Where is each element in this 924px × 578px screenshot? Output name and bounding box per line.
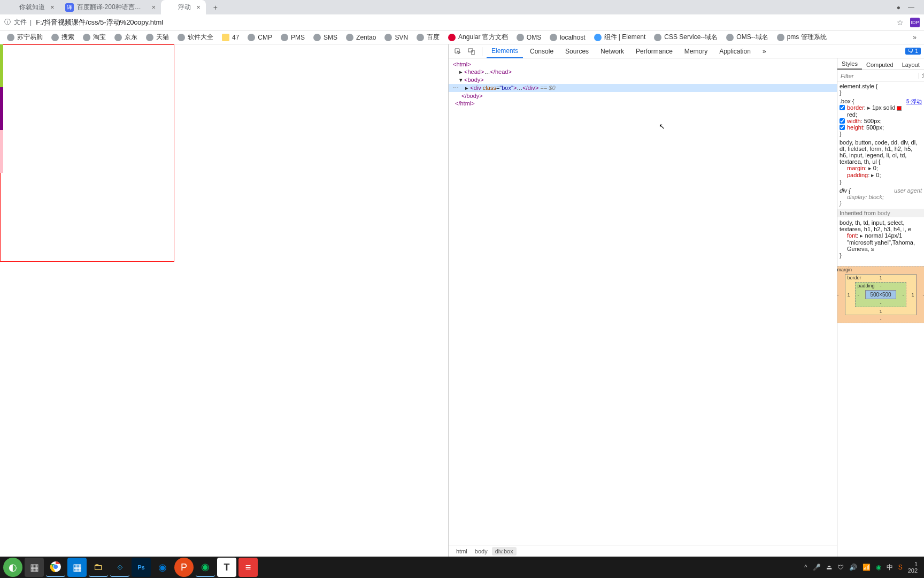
tray-mic-icon[interactable]: 🎤 [813, 564, 821, 571]
bookmark-item[interactable]: pms 管理系统 [773, 32, 830, 43]
color-swatch[interactable] [897, 106, 902, 111]
close-icon[interactable]: × [50, 3, 55, 11]
site-info[interactable]: ⓘ 文件 | [4, 18, 32, 27]
bookmark-item[interactable]: 软件大全 [174, 32, 217, 43]
account-icon[interactable]: ● [897, 4, 900, 11]
bookmark-item[interactable]: Zentao [342, 32, 380, 43]
taskbar-chrome[interactable] [46, 558, 65, 577]
tab-layout[interactable]: Layout [898, 60, 924, 70]
bookmark-item[interactable]: 苏宁易购 [3, 32, 47, 43]
tray-clock[interactable]: 1 202 [908, 561, 918, 574]
taskbar-app-red[interactable]: P [174, 558, 194, 577]
bookmark-item[interactable]: OMS--域名 [722, 32, 772, 43]
tray-usb-icon[interactable]: ⏏ [826, 564, 832, 571]
tab-elements[interactable]: Elements [487, 44, 523, 58]
close-icon[interactable]: × [196, 3, 201, 11]
declaration[interactable]: padding: ▸ 0; [840, 172, 922, 179]
declaration[interactable]: height: 500px; [840, 124, 922, 131]
box-model-diagram[interactable]: margin - - - - border 1 1 1 1 [840, 261, 922, 329]
bookmark-item[interactable]: Angular 官方文档 [444, 32, 512, 43]
crumb-html[interactable]: html [453, 547, 471, 556]
tray-ime[interactable]: 中 [887, 563, 893, 572]
taskbar-wechat[interactable]: ◉ [196, 558, 215, 577]
bookmark-item[interactable]: OMS [513, 32, 545, 43]
dom-tree[interactable]: <html> ▸ <head>…</head> ▾ <body> ⋯ ▸ <di… [449, 58, 837, 545]
device-toggle-icon[interactable] [466, 45, 478, 57]
dom-node[interactable]: </html> [449, 100, 837, 107]
tab-memory[interactable]: Memory [680, 44, 712, 58]
extension-icon[interactable]: IDP [910, 18, 920, 27]
dom-node[interactable]: ▸ <head>…</head> [449, 68, 837, 76]
url-field[interactable]: F:/抖音视频课件/css/5-浮动%20copy.html [36, 18, 892, 27]
tab-computed[interactable]: Computed [862, 60, 898, 70]
inspect-icon[interactable] [452, 45, 464, 57]
browser-tab-2[interactable]: 浮动 × [161, 0, 206, 14]
bookmark-item[interactable]: CSS Service--域名 [650, 32, 721, 43]
hov-toggle[interactable]: :hov [918, 73, 924, 79]
padding-layer[interactable]: padding - - - - 500×500 [855, 282, 906, 307]
tray-wifi-icon[interactable]: 📶 [863, 564, 871, 571]
bookmark-item[interactable]: PMS [277, 32, 309, 43]
bookmark-item[interactable]: SVN [381, 32, 412, 43]
dom-node-selected[interactable]: ⋯ ▸ <div class="box">…</div> == $0 [449, 84, 837, 92]
rule-user-agent[interactable]: div {user agent display: block; } [840, 187, 922, 207]
minimize-icon[interactable]: — [908, 4, 914, 11]
taskbar-app-t[interactable]: T [217, 558, 236, 577]
decl-checkbox[interactable] [840, 125, 845, 130]
taskbar-app[interactable]: ▦ [25, 558, 44, 577]
bookmark-item[interactable]: SMS [310, 32, 341, 43]
browser-tab-1[interactable]: 译 百度翻译-200种语言互译、沟通 × [60, 0, 161, 14]
taskbar-files[interactable]: 🗀 [89, 558, 108, 577]
declaration[interactable]: border: ▸ 1px solid red; [840, 104, 922, 118]
styles-body[interactable]: element.style { } .box {5-浮动 border: ▸ 1… [837, 82, 924, 557]
bookmark-item[interactable]: 百度 [413, 32, 443, 43]
bookmark-item[interactable]: 天猫 [142, 32, 173, 43]
tray-volume-icon[interactable]: 🔊 [849, 564, 857, 571]
declaration[interactable]: font: ▸ normal 14px/1 "microsoft yahei",… [840, 232, 922, 252]
new-tab-button[interactable]: + [209, 3, 222, 12]
decl-checkbox[interactable] [840, 105, 845, 110]
bookmark-item[interactable]: CMP [244, 32, 276, 43]
tab-sources[interactable]: Sources [560, 44, 594, 58]
bookmark-item[interactable]: localhost [546, 32, 589, 43]
tab-console[interactable]: Console [525, 44, 558, 58]
dom-node[interactable]: ▾ <body> [449, 76, 837, 84]
rule-font[interactable]: body, th, td, input, select, textarea, h… [840, 219, 922, 258]
bookmark-item[interactable]: 组件 | Element [590, 32, 650, 43]
tray-wechat-icon[interactable]: ◉ [876, 564, 881, 571]
bookmarks-overflow-icon[interactable]: » [908, 34, 921, 41]
crumb-div-box[interactable]: div.box [492, 547, 517, 556]
bookmark-item[interactable]: 淘宝 [79, 32, 110, 43]
taskbar-photoshop[interactable]: Ps [132, 558, 151, 577]
issues-badge[interactable]: 🗨 1 [905, 48, 921, 55]
tab-styles[interactable]: Styles [837, 59, 862, 70]
border-layer[interactable]: border 1 1 1 1 padding - - - [845, 274, 916, 315]
tab-application[interactable]: Application [714, 44, 756, 58]
dom-node[interactable]: <html> [449, 60, 837, 68]
close-icon[interactable]: × [152, 3, 156, 11]
bookmark-star-icon[interactable]: ☆ [897, 18, 904, 27]
bookmark-item[interactable]: 京东 [111, 32, 141, 43]
browser-tab-0[interactable]: 你就知道 × [2, 0, 60, 14]
declaration[interactable]: margin: ▸ 0; [840, 165, 922, 172]
tray-shield-icon[interactable]: 🛡 [837, 564, 844, 571]
rule-reset[interactable]: body, button, code, dd, div, dl, dt, fie… [840, 139, 922, 185]
taskbar-vscode[interactable]: ⟐ [110, 558, 129, 577]
dom-node[interactable]: </body> [449, 92, 837, 100]
declaration[interactable]: width: 500px; [840, 118, 922, 124]
styles-filter-input[interactable] [837, 73, 918, 79]
taskbar-calculator[interactable]: ▦ [67, 558, 87, 577]
bookmark-item[interactable]: 搜索 [48, 32, 78, 43]
rule-box[interactable]: .box {5-浮动 border: ▸ 1px solid red; widt… [840, 98, 922, 137]
bookmark-folder[interactable]: 47 [218, 32, 243, 43]
taskbar-app-red2[interactable]: ≡ [238, 558, 258, 577]
inherit-from[interactable]: body [877, 210, 890, 216]
tray-chevron-icon[interactable]: ^ [804, 564, 807, 571]
tray-sogou-icon[interactable]: S [898, 564, 903, 571]
taskbar-edge[interactable]: ◉ [153, 558, 172, 577]
tabs-overflow-icon[interactable]: » [758, 44, 771, 58]
start-button[interactable]: ◐ [3, 558, 22, 577]
tab-performance[interactable]: Performance [631, 44, 677, 58]
margin-layer[interactable]: margin - - - - border 1 1 1 1 [837, 266, 924, 323]
decl-checkbox[interactable] [840, 118, 845, 124]
